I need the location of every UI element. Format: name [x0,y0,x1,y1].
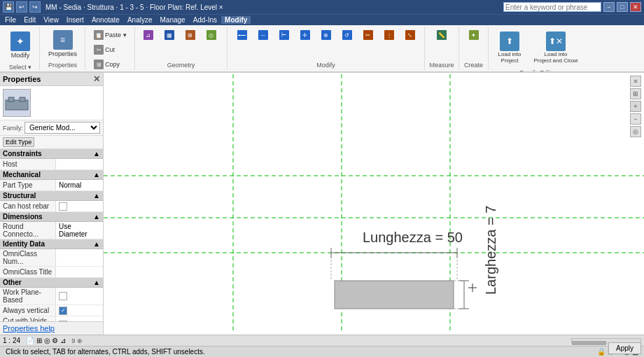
part-type-label: Part Type [0,180,56,190]
cut-btn[interactable]: ✂ Cut [90,43,118,57]
modify-btn[interactable]: ✦ Modify [6,28,35,62]
width-dimension-text: Larghezza = 7 [483,206,498,295]
section-identity-data[interactable]: Identity Data ▲ [0,239,103,249]
geom-btn-2[interactable]: ▦ [161,28,181,42]
menu-edit[interactable]: Edit [20,16,39,24]
host-value[interactable] [56,159,103,169]
modify-icon: ✦ [10,31,30,51]
ribbon-group-select: ✦ Modify Select ▾ [1,27,40,70]
zoom-in-btn[interactable]: + [630,101,641,112]
mod-trim[interactable]: ✂ [358,28,378,42]
geom-btn-3[interactable]: ⊞ [182,28,202,42]
icon-flag[interactable]: ⊿ [60,337,66,344]
nav-wheel-btn[interactable]: ◎ [630,126,641,137]
round-connector-value[interactable]: Use Diameter [56,222,103,239]
section-dimensions[interactable]: Dimensions ▲ [0,212,103,222]
structural-toggle: ▲ [93,192,100,200]
load-project-btn[interactable]: ⬆ Load intoProject [493,28,526,68]
maximize-btn[interactable]: □ [617,2,628,12]
properties-btn[interactable]: ≡ Properties [45,28,80,59]
title-bar: 💾 ↩ ↪ MM - Sedia · Struttura · 1 - 3 - 5… [0,0,644,14]
other-toggle: ▲ [93,279,100,286]
qa-redo[interactable]: ↪ [29,1,41,13]
menu-modify[interactable]: Modify [221,16,251,24]
mod-offset[interactable]: ↔ [253,28,273,42]
canvas-area[interactable]: Lunghezza = 50 Larghezza = 7 [104,73,644,335]
always-vertical-checkbox[interactable]: ✓ [59,307,67,315]
menu-manage[interactable]: Manage [157,16,189,24]
prop-round-connector: Round Connecto... Use Diameter [0,222,103,239]
props-content: Constraints ▲ Host Mechanical ▲ Part Typ… [0,149,103,321]
ribbon-group-modify: ⟵ ↔ ⊢ ✛ ⊕ ↺ ✂ ⋮ ⤡ Modify [228,27,425,70]
mod-align[interactable]: ⟵ [232,28,252,42]
svg-rect-1 [8,97,14,102]
family-type-dropdown[interactable]: Generic Mod... [24,122,100,134]
ribbon-group-geometry: ⊿ ▦ ⊞ ◎ Geometry [136,27,227,70]
qa-undo[interactable]: ↩ [16,1,27,13]
properties-panel: Properties ✕ Family: Generic Mod... [0,73,104,335]
load-close-btn[interactable]: ⬆✕ Load intoProject and Close [528,28,582,68]
section-other[interactable]: Other ▲ [0,278,103,288]
search-input[interactable] [503,2,601,12]
identity-data-label: Identity Data [3,240,45,248]
vp-btn-1[interactable]: ≡ [630,76,641,87]
mod-mirror[interactable]: ⊢ [274,28,294,42]
work-plane-based-checkbox[interactable] [59,292,67,300]
measure-group-label: Measure [430,62,454,69]
mod-copy2[interactable]: ⊕ [316,28,336,42]
family-icon-area [0,86,103,120]
section-structural[interactable]: Structural ▲ [0,191,103,201]
properties-label: Properties [48,50,77,57]
section-mechanical[interactable]: Mechanical ▲ [0,170,103,180]
measure-btn[interactable]: 📏 [432,28,451,42]
menu-analyze[interactable]: Analyze [124,16,156,24]
qa-save[interactable]: 💾 [3,1,14,13]
work-plane-based-value [56,288,103,304]
omniclass-title-value[interactable] [56,267,103,277]
split-icon: ⋮ [384,30,394,40]
ribbon-group-properties: ≡ Properties Properties [41,27,85,70]
icon-snap[interactable]: ◎ [44,337,50,344]
prop-always-vertical: Always vertical ✓ [0,305,103,316]
menu-view[interactable]: View [40,16,62,24]
icon-paper[interactable]: 📄 [26,337,34,344]
menu-annotate[interactable]: Annotate [88,16,123,24]
properties-help-link[interactable]: Properties help [3,324,55,332]
status-icon-1[interactable]: 🔒 [597,348,606,356]
title-right: − □ ✕ [503,2,641,12]
paste-btn[interactable]: 📋 Paste ▾ [90,28,130,42]
create-icon: ✦ [469,30,479,40]
create-btn[interactable]: ✦ [464,28,484,42]
vp-btn-2[interactable]: ⊞ [630,88,641,99]
structural-label: Structural [3,192,36,200]
icon-settings[interactable]: ⚙ [52,337,58,344]
mod-move[interactable]: ✛ [295,28,315,42]
menu-addins[interactable]: Add-Ins [190,16,220,24]
work-plane-based-label: Work Plane-Based [0,288,56,304]
minimize-btn[interactable]: − [603,2,615,12]
mod-scale[interactable]: ⤡ [400,28,420,42]
ribbon-group-family-editor: ⬆ Load intoProject ⬆✕ Load intoProject a… [489,27,587,70]
zoom-out-btn[interactable]: − [630,113,641,125]
geom-btn-1[interactable]: ⊿ [140,28,160,42]
mod-split[interactable]: ⋮ [379,28,399,42]
can-host-rebar-checkbox[interactable] [59,202,67,211]
icon-grid[interactable]: ⊞ [36,337,42,344]
copy2-icon: ⊕ [321,30,331,40]
close-btn[interactable]: ✕ [630,2,641,12]
copy-btn[interactable]: ⊞ Copy [90,57,123,71]
properties-close-btn[interactable]: ✕ [93,74,100,84]
mod-rotate[interactable]: ↺ [337,28,357,42]
menu-insert[interactable]: Insert [63,16,88,24]
prop-work-plane-based: Work Plane-Based [0,288,103,305]
geometry-group-label: Geometry [167,62,195,69]
menu-file[interactable]: File [1,16,20,24]
omniclass-num-value[interactable] [56,249,103,266]
geom-btn-4[interactable]: ◎ [203,28,223,42]
section-constraints[interactable]: Constraints ▲ [0,149,103,159]
edit-type-button[interactable]: Edit Type [3,137,34,147]
props-footer: Properties help Apply [0,321,103,335]
paste-icon: 📋 [94,30,104,40]
part-type-value[interactable]: Normal [56,180,103,190]
props-group-label: Properties [48,62,77,69]
